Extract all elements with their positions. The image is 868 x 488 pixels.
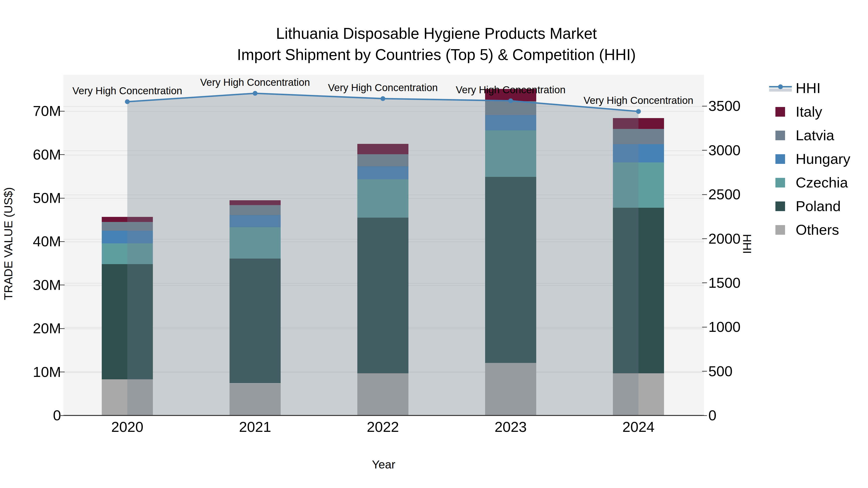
chart-title-line2: Import Shipment by Countries (Top 5) & C…	[0, 44, 868, 65]
y-axis-tick-label: 60M	[18, 148, 61, 162]
right-axis-tick-label: 1000	[708, 320, 771, 334]
y-axis-tick-label: 20M	[18, 321, 61, 336]
y-axis-tick-label: 70M	[18, 104, 61, 118]
y-axis-tick-mark	[60, 154, 65, 155]
hhi-marker	[380, 96, 385, 101]
hhi-line-layer	[63, 75, 704, 416]
y-axis-tick-mark	[60, 371, 65, 372]
hhi-area-fill	[127, 93, 639, 416]
x-axis-tick-label: 2022	[344, 420, 422, 434]
legend-swatch-italy[interactable]	[775, 107, 785, 117]
y-axis-tick-label: 50M	[18, 191, 61, 205]
legend-label-czechia[interactable]: Czechia	[796, 175, 848, 190]
legend-symbol-hhi[interactable]	[769, 84, 792, 93]
hhi-marker	[636, 109, 641, 114]
hhi-marker-dot	[778, 84, 783, 89]
legend-swatch-latvia[interactable]	[775, 131, 785, 140]
x-axis-tick-label: 2020	[89, 420, 166, 434]
y-axis-tick-mark	[60, 111, 65, 111]
right-axis-tick-mark	[702, 415, 707, 416]
y-axis-tick-mark	[60, 328, 65, 329]
hhi-marker	[125, 99, 130, 104]
legend-swatch-czechia[interactable]	[775, 178, 785, 188]
chart-title-line1: Lithuania Disposable Hygiene Products Ma…	[0, 23, 868, 44]
y-axis-tick-label: 10M	[18, 365, 61, 379]
right-axis-tick-mark	[702, 238, 707, 239]
legend-label-poland[interactable]: Poland	[796, 199, 841, 214]
legend-label-hungary[interactable]: Hungary	[796, 152, 850, 166]
right-axis-tick-label: 500	[708, 364, 771, 379]
y-axis-title: TRADE VALUE (US$)	[2, 171, 15, 316]
legend-swatch-others[interactable]	[775, 225, 785, 235]
legend-label-italy[interactable]: Italy	[796, 104, 822, 119]
y-axis-tick-mark	[60, 198, 65, 199]
right-axis-tick-label: 2500	[708, 187, 771, 202]
y-axis-tick-mark	[60, 285, 65, 285]
right-axis-tick-label: 3500	[708, 99, 771, 113]
x-axis-tick-label: 2023	[472, 420, 549, 434]
x-axis-tick-label: 2021	[217, 420, 294, 434]
annotation-2024: Very High Concentration	[542, 95, 735, 106]
right-axis-tick-mark	[702, 150, 707, 151]
right-axis-tick-label: 1500	[708, 276, 771, 290]
y-axis-tick-label: 30M	[18, 278, 61, 292]
plot-area	[63, 75, 704, 416]
legend-label-hhi[interactable]: HHI	[796, 81, 820, 96]
hhi-marker	[508, 98, 513, 103]
right-axis-tick-mark	[702, 194, 707, 195]
legend-label-others[interactable]: Others	[796, 222, 839, 237]
right-axis-tick-label: 3000	[708, 143, 771, 158]
y-axis-tick-mark	[60, 415, 65, 416]
right-axis-tick-label: 0	[708, 408, 771, 423]
right-axis-tick-mark	[702, 283, 707, 283]
x-axis-line	[63, 415, 704, 416]
right-axis-tick-mark	[702, 106, 707, 106]
y-axis-tick-label: 40M	[18, 234, 61, 249]
legend-swatch-poland[interactable]	[775, 201, 785, 211]
right-axis-tick-label: 2000	[708, 232, 771, 246]
right-axis-tick-mark	[702, 371, 707, 371]
x-axis-title: Year	[347, 458, 420, 471]
annotation-2023: Very High Concentration	[414, 84, 607, 95]
legend-label-latvia[interactable]: Latvia	[796, 128, 834, 143]
y-axis-tick-mark	[60, 241, 65, 242]
hhi-marker	[253, 91, 257, 96]
x-axis-tick-label: 2024	[600, 420, 677, 434]
chart-title: Lithuania Disposable Hygiene Products Ma…	[0, 23, 868, 65]
legend-swatch-hungary[interactable]	[775, 154, 785, 164]
y-axis-tick-label: 0	[18, 408, 61, 423]
right-axis-tick-mark	[702, 327, 707, 327]
figure: Lithuania Disposable Hygiene Products Ma…	[0, 0, 868, 488]
